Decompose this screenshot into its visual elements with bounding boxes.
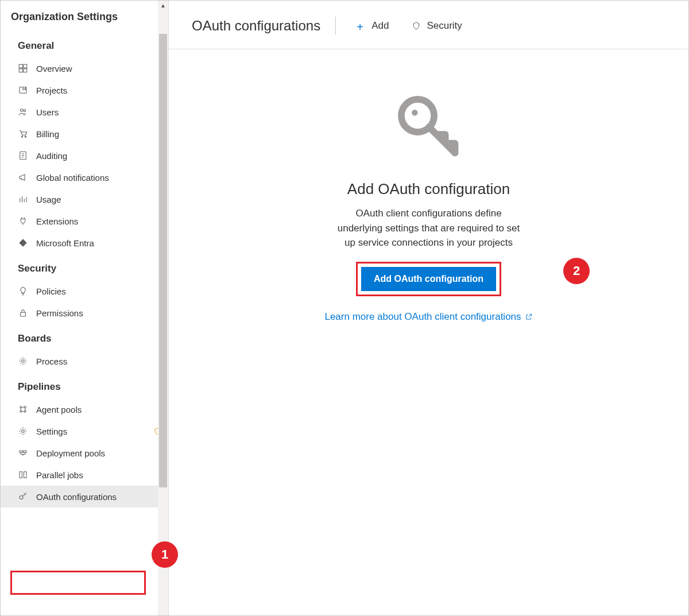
- nav-label: Agent pools: [36, 405, 161, 414]
- nav-label: OAuth configurations: [36, 492, 161, 502]
- annotation-box-2: Add OAuth configuration: [356, 262, 501, 296]
- scrollbar-track[interactable]: [158, 11, 168, 615]
- sidebar-item-microsoft-entra[interactable]: Microsoft Entra: [1, 232, 168, 254]
- svg-point-23: [412, 110, 417, 115]
- page-header: OAuth configurations + Add Security: [169, 1, 688, 49]
- add-oauth-configuration-button[interactable]: Add OAuth configuration: [361, 267, 496, 291]
- svg-rect-0: [19, 64, 22, 68]
- svg-rect-17: [20, 451, 22, 452]
- add-label: Add: [371, 20, 389, 32]
- nav-label: Policies: [36, 286, 161, 296]
- nav-label: Deployment pools: [36, 448, 161, 458]
- nav-label: Process: [36, 357, 161, 366]
- sidebar-item-agent-pools[interactable]: Agent pools: [1, 398, 168, 420]
- learn-more-text: Learn more about OAuth client configurat…: [324, 311, 521, 323]
- svg-point-15: [24, 410, 26, 412]
- sidebar-item-usage[interactable]: Usage: [1, 188, 168, 210]
- nav-label: Global notifications: [36, 173, 161, 183]
- section-header-general: General: [1, 31, 168, 57]
- empty-state-description: OAuth client configurations define under…: [334, 206, 524, 250]
- sidebar-item-users[interactable]: Users: [1, 101, 168, 123]
- key-illustration-icon: [392, 90, 466, 164]
- entra-icon: [18, 238, 28, 248]
- sidebar-item-projects[interactable]: Projects: [1, 79, 168, 101]
- svg-point-7: [21, 136, 22, 137]
- sidebar-item-billing[interactable]: Billing: [1, 123, 168, 145]
- nav-label: Parallel jobs: [36, 470, 161, 480]
- callout-badge-1: 1: [152, 541, 178, 568]
- main-content: OAuth configurations + Add Security: [169, 1, 688, 615]
- svg-rect-1: [24, 64, 27, 68]
- gear-icon: [18, 426, 28, 436]
- svg-point-13: [24, 406, 26, 408]
- parallel-icon: [18, 470, 28, 480]
- section-header-security: Security: [1, 254, 168, 280]
- add-button[interactable]: + Add: [351, 18, 394, 34]
- key-icon: [18, 491, 28, 502]
- nav-label: Projects: [36, 86, 161, 95]
- empty-state-title: Add OAuth configuration: [347, 180, 510, 198]
- scroll-up-button[interactable]: ▲: [158, 1, 168, 11]
- svg-point-11: [22, 360, 25, 363]
- nav-label: Extensions: [36, 216, 161, 226]
- megaphone-icon: [18, 172, 28, 183]
- learn-more-link[interactable]: Learn more about OAuth client configurat…: [324, 311, 532, 323]
- process-icon: [18, 356, 28, 366]
- empty-state: Add OAuth configuration OAuth client con…: [169, 49, 688, 323]
- cart-icon: [18, 129, 28, 139]
- nav-label: Settings: [36, 427, 154, 436]
- page-title: OAuth configurations: [192, 18, 320, 34]
- sidebar-item-extensions[interactable]: Extensions: [1, 210, 168, 232]
- scrollbar-thumb[interactable]: [159, 34, 167, 487]
- svg-rect-2: [19, 69, 22, 72]
- agent-pools-icon: [18, 404, 28, 414]
- nav-label: Microsoft Entra: [36, 238, 161, 248]
- sidebar-item-permissions[interactable]: Permissions: [1, 302, 168, 324]
- svg-rect-19: [20, 472, 22, 478]
- chart-icon: [18, 194, 28, 204]
- svg-point-8: [25, 136, 26, 137]
- section-header-boards: Boards: [1, 324, 168, 350]
- nav-label: Overview: [36, 64, 161, 73]
- svg-point-16: [22, 430, 25, 433]
- svg-point-12: [20, 406, 22, 408]
- sidebar-scroll[interactable]: General Overview Projects Users: [1, 31, 168, 615]
- svg-point-14: [20, 410, 22, 412]
- security-button[interactable]: Security: [406, 18, 467, 34]
- callout-badge-2: 2: [563, 258, 590, 284]
- nav-label: Permissions: [36, 308, 161, 318]
- nav-label: Billing: [36, 129, 161, 139]
- nav-label: Auditing: [36, 151, 161, 161]
- sidebar-item-deployment-pools[interactable]: Deployment pools: [1, 442, 168, 464]
- sidebar-title: Organization Settings: [1, 1, 168, 31]
- plug-icon: [18, 216, 28, 226]
- svg-rect-18: [24, 451, 26, 452]
- nav-label: Users: [36, 107, 161, 117]
- nav-label: Usage: [36, 195, 161, 204]
- plus-icon: +: [357, 21, 366, 30]
- sidebar-item-overview[interactable]: Overview: [1, 57, 168, 79]
- bulb-icon: [18, 286, 28, 296]
- lock-icon: [18, 308, 28, 318]
- sidebar-item-oauth-configurations[interactable]: OAuth configurations: [1, 486, 168, 507]
- security-label: Security: [427, 20, 462, 32]
- svg-point-21: [20, 496, 23, 499]
- sidebar-item-global-notifications[interactable]: Global notifications: [1, 166, 168, 188]
- svg-rect-20: [24, 472, 27, 478]
- sidebar-item-process[interactable]: Process: [1, 350, 168, 372]
- svg-point-6: [24, 110, 26, 112]
- deployment-icon: [18, 448, 28, 458]
- external-link-icon: [525, 313, 533, 321]
- sidebar-item-parallel-jobs[interactable]: Parallel jobs: [1, 464, 168, 486]
- shield-icon: [412, 21, 421, 30]
- projects-icon: [18, 85, 28, 95]
- section-header-pipelines: Pipelines: [1, 372, 168, 398]
- sidebar-item-settings[interactable]: Settings: [1, 420, 168, 442]
- users-icon: [18, 107, 28, 117]
- svg-rect-10: [21, 312, 26, 316]
- sidebar-item-policies[interactable]: Policies: [1, 280, 168, 302]
- svg-rect-3: [24, 69, 27, 72]
- auditing-icon: [18, 150, 28, 161]
- separator: [335, 17, 336, 35]
- sidebar-item-auditing[interactable]: Auditing: [1, 145, 168, 166]
